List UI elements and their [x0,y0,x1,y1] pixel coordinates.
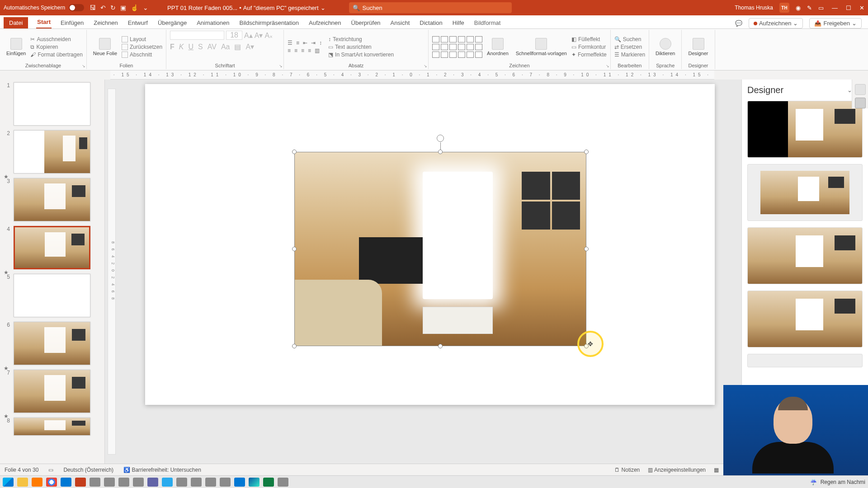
underline-button[interactable]: U [189,43,194,51]
resize-handle-icon[interactable] [584,247,589,251]
slide-thumbnail-panel[interactable]: 1 2★ 3 4★ 5 6★ 7★ 8 [0,80,105,464]
ink-icon[interactable]: ✎ [807,5,812,11]
dialog-launcher-icon[interactable]: ↘ [424,64,427,68]
display-settings-button[interactable]: ▥ Anzeigeeinstellungen [648,467,706,473]
design-suggestion-4[interactable] [747,291,863,347]
italic-button[interactable]: K [179,43,184,51]
tab-start[interactable]: Start [36,16,52,28]
highlight-icon[interactable]: ▤ [234,42,241,51]
resize-handle-icon[interactable] [292,247,297,251]
slide-canvas-area[interactable]: 8 6 4 2 0 2 4 6 8 ✥ [105,80,741,464]
rotate-handle-icon[interactable] [437,135,444,142]
tab-view[interactable]: Ansicht [390,17,411,28]
align-text-button[interactable]: ▭Text ausrichten [328,44,394,50]
resize-handle-icon[interactable] [438,150,443,154]
tab-draw[interactable]: Zeichnen [93,17,118,28]
touch-icon[interactable]: ☝ [131,4,138,11]
taskbar-app-icon[interactable] [220,478,231,487]
design-suggestion-3[interactable] [747,227,863,284]
replace-button[interactable]: ⇄Ersetzen [614,44,645,50]
selected-image[interactable]: ✥ [294,152,586,346]
align-center-icon[interactable]: ≡ [294,47,297,54]
design-suggestion-5[interactable] [747,354,863,367]
word-icon[interactable] [234,478,245,487]
taskbar-app-icon[interactable] [205,478,216,487]
layout-button[interactable]: Layout [122,36,162,42]
paste-button[interactable]: Einfügen [4,36,28,58]
chrome-icon[interactable] [46,478,57,487]
arrange-button[interactable]: Anordnen [484,36,511,58]
tab-animations[interactable]: Animationen [196,17,230,28]
slide-thumb-8[interactable] [14,418,90,436]
language-label[interactable]: Deutsch (Österreich) [63,467,113,473]
telegram-icon[interactable] [162,478,173,487]
taskbar-app-icon[interactable] [118,478,129,487]
slide-thumb-5[interactable] [14,274,90,317]
shadow-button[interactable]: AV [208,43,217,51]
justify-icon[interactable]: ≡ [308,47,311,54]
select-button[interactable]: ☰Markieren [614,52,645,58]
notes-button[interactable]: 🗒 Notizen [614,467,640,473]
resize-handle-icon[interactable] [292,150,297,154]
font-color-icon[interactable]: A▾ [245,42,254,51]
align-right-icon[interactable]: ≡ [301,47,304,54]
user-avatar[interactable]: TH [779,3,789,13]
strike-button[interactable]: S [198,43,203,51]
design-suggestion-2[interactable] [747,164,863,221]
resize-handle-icon[interactable] [292,344,297,348]
design-suggestion-1[interactable] [747,101,863,158]
room-photo[interactable] [294,152,586,346]
line-spacing-icon[interactable]: ↕ [319,40,322,46]
user-name-label[interactable]: Thomas Hruska [735,5,773,11]
autosave-toggle[interactable]: Automatisches Speichern [4,4,84,11]
shape-effects-button[interactable]: ✦Formeffekte [571,52,607,58]
share-button[interactable]: 📤Freigeben⌄ [809,18,862,28]
tab-picture-format[interactable]: Bildformat [473,17,502,28]
indent-dec-icon[interactable]: ⇤ [303,40,307,46]
resize-handle-icon[interactable] [438,344,443,348]
find-button[interactable]: 🔍Suchen [614,36,645,42]
clear-format-icon[interactable]: Aₓ [264,31,273,40]
accessibility-button[interactable]: ♿ Barrierefreiheit: Untersuchen [123,467,201,473]
cut-button[interactable]: ✂Ausschneiden [30,36,82,42]
designer-button[interactable]: Designer [685,36,711,58]
outlook-icon[interactable] [61,478,71,487]
quick-styles-button[interactable]: Schnellformat-vorlagen [513,36,570,58]
redo-icon[interactable]: ↻ [110,4,116,11]
start-button[interactable] [3,478,14,487]
columns-icon[interactable]: ▥ [315,47,320,54]
ribbon-mode-icon[interactable]: ▭ [818,5,824,11]
dictate-button[interactable]: Diktieren [653,36,678,58]
onenote-icon[interactable] [147,478,158,487]
new-slide-button[interactable]: Neue Folie [90,36,120,58]
shape-fill-button[interactable]: ◧Fülleffekt [571,36,607,42]
tab-slideshow[interactable]: Bildschirmpräsentation [238,17,300,28]
present-live-icon[interactable]: ◉ [796,5,801,11]
toggle-switch-icon[interactable] [69,4,84,11]
copy-button[interactable]: ⧉Kopieren [30,44,82,50]
record-button[interactable]: Aufzeichnen⌄ [749,18,803,28]
reset-button[interactable]: Zurücksetzen [122,44,162,50]
font-size-input[interactable]: 18 [226,31,242,40]
excel-icon[interactable] [263,478,274,487]
shape-outline-button[interactable]: ▭Formkontur [571,44,607,50]
numbering-icon[interactable]: ≡ [296,40,299,46]
dialog-launcher-icon[interactable]: ↘ [606,64,609,68]
tab-file[interactable]: Datei [4,17,28,28]
font-name-input[interactable] [170,31,224,40]
qat-more-icon[interactable]: ⌄ [143,4,148,11]
taskbar-app-icon[interactable] [133,478,144,487]
shapes-gallery[interactable] [432,36,482,58]
decrease-font-icon[interactable]: A▾ [255,31,263,40]
section-button[interactable]: Abschnitt [122,52,162,58]
undo-icon[interactable]: ↶ [100,4,106,11]
save-icon[interactable]: 🖫 [90,4,96,11]
slide-counter[interactable]: Folie 4 von 30 [5,467,38,473]
close-icon[interactable]: ✕ [859,5,864,11]
case-button[interactable]: Aa [221,43,230,51]
taskbar-app-icon[interactable] [278,478,288,487]
alt-text-icon[interactable] [855,84,866,95]
taskbar-app-icon[interactable] [191,478,202,487]
slide-thumb-6[interactable] [14,322,90,365]
weather-icon[interactable]: ☔ [810,479,817,485]
